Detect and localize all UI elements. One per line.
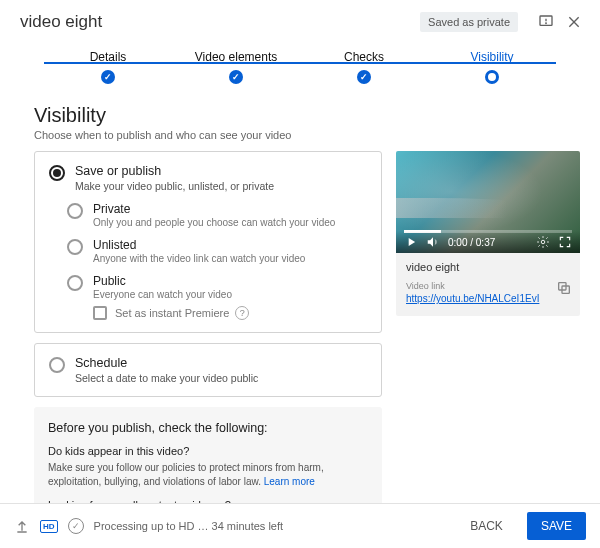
upload-icon	[14, 518, 30, 534]
svg-point-5	[541, 240, 545, 244]
publish-notice: Before you publish, check the following:…	[34, 407, 382, 503]
notice-kids-question: Do kids appear in this video?	[48, 445, 368, 457]
radio-save-or-publish[interactable]	[49, 165, 65, 181]
schedule-card: Schedule Select a date to make your vide…	[34, 343, 382, 397]
save-or-publish-desc: Make your video public, unlisted, or pri…	[75, 180, 367, 192]
play-icon[interactable]	[404, 235, 418, 249]
settings-icon[interactable]	[536, 235, 550, 249]
save-button[interactable]: SAVE	[527, 512, 586, 540]
option-unlisted[interactable]: Unlisted Anyone with the video link can …	[67, 238, 367, 264]
link-label: Video link	[406, 281, 570, 291]
fullscreen-icon[interactable]	[558, 235, 572, 249]
checks-complete-icon: ✓	[68, 518, 84, 534]
saved-badge: Saved as private	[420, 12, 518, 32]
dialog-body[interactable]: Visibility Choose when to publish and wh…	[0, 86, 600, 503]
processing-status: Processing up to HD … 34 minutes left	[94, 520, 447, 532]
upload-dialog: video eight Saved as private Details Vid…	[0, 0, 600, 548]
feedback-icon[interactable]	[536, 12, 556, 32]
copy-icon[interactable]	[556, 280, 572, 300]
premiere-row[interactable]: Set as instant Premiere ?	[93, 306, 367, 320]
video-preview: 0:00 / 0:37 video eight Video link https…	[396, 151, 580, 316]
volume-icon[interactable]	[426, 235, 440, 249]
step-details[interactable]: Details	[44, 50, 172, 86]
section-subtitle: Choose when to publish and who can see y…	[34, 129, 580, 141]
radio-schedule[interactable]	[49, 357, 65, 373]
help-icon[interactable]: ?	[235, 306, 249, 320]
step-video-elements[interactable]: Video elements	[172, 50, 300, 86]
svg-point-2	[546, 23, 547, 24]
preview-title: video eight	[406, 261, 570, 273]
option-private[interactable]: Private Only you and people you choose c…	[67, 202, 367, 228]
step-visibility[interactable]: Visibility	[428, 50, 556, 86]
save-or-publish-card: Save or publish Make your video public, …	[34, 151, 382, 333]
radio-private[interactable]	[67, 203, 83, 219]
dialog-footer: HD ✓ Processing up to HD … 34 minutes le…	[0, 503, 600, 548]
option-desc: Everyone can watch your video	[93, 289, 367, 300]
notice-kids-text: Make sure you follow our policies to pro…	[48, 461, 368, 489]
premiere-label: Set as instant Premiere	[115, 307, 229, 319]
step-dot-complete-icon	[357, 70, 371, 84]
option-title: Unlisted	[93, 238, 367, 252]
dialog-title: video eight	[20, 12, 102, 32]
section-title: Visibility	[34, 104, 580, 127]
video-link[interactable]: https://youtu.be/NHALCeI1EvI	[406, 293, 570, 304]
learn-more-link[interactable]: Learn more	[264, 476, 315, 487]
option-title: Private	[93, 202, 367, 216]
video-thumbnail[interactable]: 0:00 / 0:37	[396, 151, 580, 253]
close-icon[interactable]	[564, 12, 584, 32]
step-dot-complete-icon	[229, 70, 243, 84]
step-checks[interactable]: Checks	[300, 50, 428, 86]
notice-heading: Before you publish, check the following:	[48, 421, 368, 435]
step-dot-complete-icon	[101, 70, 115, 84]
schedule-desc: Select a date to make your video public	[75, 372, 367, 384]
time-label: 0:00 / 0:37	[448, 237, 528, 248]
hd-badge: HD	[40, 520, 58, 533]
stepper-line	[44, 62, 556, 64]
radio-public[interactable]	[67, 275, 83, 291]
option-desc: Only you and people you choose can watch…	[93, 217, 367, 228]
premiere-checkbox[interactable]	[93, 306, 107, 320]
option-desc: Anyone with the video link can watch you…	[93, 253, 367, 264]
step-dot-current-icon	[485, 70, 499, 84]
save-or-publish-title: Save or publish	[75, 164, 367, 178]
dialog-titlebar: video eight Saved as private	[0, 0, 600, 40]
back-button[interactable]: BACK	[456, 512, 517, 540]
option-public[interactable]: Public Everyone can watch your video	[67, 274, 367, 300]
radio-unlisted[interactable]	[67, 239, 83, 255]
option-title: Public	[93, 274, 367, 288]
schedule-title: Schedule	[75, 356, 367, 370]
